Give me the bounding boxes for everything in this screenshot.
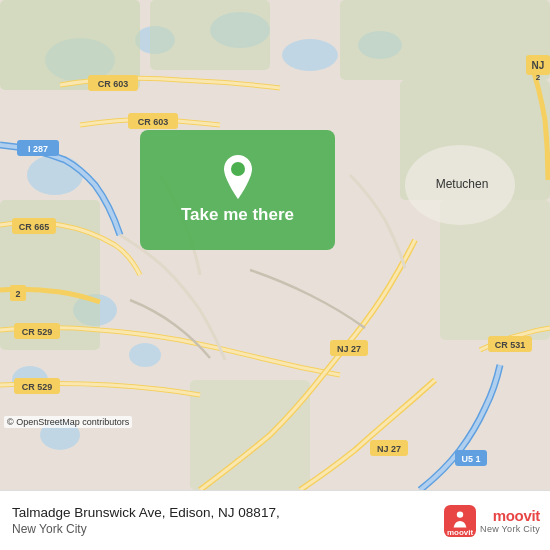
svg-text:NJ 27: NJ 27: [337, 344, 361, 354]
moovit-icon: moovit: [444, 505, 476, 537]
svg-rect-13: [340, 0, 550, 80]
moovit-subtitle: New York City: [480, 524, 540, 534]
svg-rect-12: [150, 0, 270, 70]
svg-text:CR 529: CR 529: [22, 327, 53, 337]
address-text: Talmadge Brunswick Ave, Edison, NJ 08817…: [12, 505, 444, 520]
city-text: New York City: [12, 522, 444, 536]
app: CR 603 CR 603 I 287 CR 665 CR 529 CR 529…: [0, 0, 550, 550]
svg-point-45: [231, 162, 245, 176]
svg-point-4: [282, 39, 338, 71]
svg-rect-17: [190, 380, 310, 490]
svg-text:CR 665: CR 665: [19, 222, 50, 232]
svg-point-8: [129, 343, 161, 367]
svg-text:CR 603: CR 603: [98, 79, 129, 89]
take-me-there-label: Take me there: [181, 205, 294, 225]
openstreetmap-credit: © OpenStreetMap contributors: [4, 416, 132, 428]
address-section: Talmadge Brunswick Ave, Edison, NJ 08817…: [12, 505, 444, 536]
bottom-bar: Talmadge Brunswick Ave, Edison, NJ 08817…: [0, 490, 550, 550]
svg-text:CR 603: CR 603: [138, 117, 169, 127]
svg-text:Metuchen: Metuchen: [436, 177, 489, 191]
svg-text:NJ: NJ: [532, 60, 545, 71]
location-pin-icon: [220, 155, 256, 199]
svg-point-6: [27, 155, 83, 195]
svg-text:2: 2: [15, 289, 20, 299]
moovit-logo: moovit moovit New York City: [444, 505, 540, 537]
svg-point-47: [457, 511, 463, 517]
moovit-name: moovit: [493, 507, 540, 524]
svg-text:CR 529: CR 529: [22, 382, 53, 392]
svg-text:CR 531: CR 531: [495, 340, 526, 350]
take-me-there-button[interactable]: Take me there: [140, 130, 335, 250]
svg-text:I 287: I 287: [28, 144, 48, 154]
svg-text:2: 2: [536, 73, 541, 82]
svg-text:U5 1: U5 1: [461, 454, 480, 464]
moovit-label: moovit New York City: [480, 507, 540, 534]
svg-text:moovit: moovit: [447, 528, 474, 537]
svg-text:NJ 27: NJ 27: [377, 444, 401, 454]
map-container: CR 603 CR 603 I 287 CR 665 CR 529 CR 529…: [0, 0, 550, 490]
